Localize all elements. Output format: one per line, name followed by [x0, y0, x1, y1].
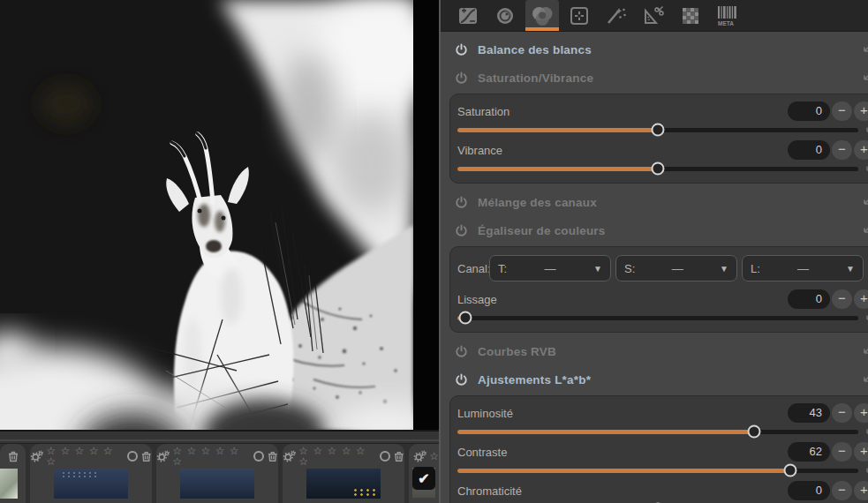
magic-wand-icon	[605, 5, 628, 26]
trash-icon[interactable]	[267, 450, 278, 462]
chromaticity-value-field[interactable]: 0	[788, 481, 830, 500]
reset-icon[interactable]	[861, 72, 868, 83]
increment-button[interactable]: +	[854, 289, 868, 309]
reset-icon[interactable]	[864, 465, 868, 476]
trash-icon[interactable]	[393, 450, 404, 462]
smoothing-slider[interactable]	[457, 316, 858, 320]
saturation-value-field[interactable]: 0	[788, 101, 830, 121]
processing-profile-icon[interactable]	[413, 450, 426, 462]
power-icon[interactable]	[455, 71, 468, 85]
thumbnail[interactable]	[306, 469, 381, 499]
thumbnail[interactable]	[180, 469, 254, 499]
decrement-button[interactable]: −	[832, 442, 852, 462]
processing-profile-icon[interactable]	[156, 450, 170, 462]
slider-label: Luminosité	[457, 407, 513, 420]
filmstrip-cell[interactable]	[0, 444, 26, 503]
lightness-channel-dropdown[interactable]: L: — ▼	[742, 255, 864, 282]
filmstrip-splitter[interactable]	[0, 430, 439, 444]
rating-stars[interactable]: ☆ ☆ ☆ ☆ ☆ ☆	[46, 446, 125, 467]
reset-icon[interactable]	[861, 346, 868, 357]
power-icon[interactable]	[455, 373, 468, 387]
section-lab-adjustments[interactable]: Ajustements L*a*b*	[441, 365, 868, 394]
saturation-channel-dropdown[interactable]: S: — ▼	[615, 255, 737, 282]
increment-button[interactable]: +	[854, 403, 868, 423]
reset-icon[interactable]	[861, 225, 868, 236]
increment-button[interactable]: +	[854, 101, 868, 121]
reset-icon[interactable]	[864, 163, 868, 174]
section-saturation-vibrance[interactable]: Saturation/Vibrance	[441, 64, 868, 92]
increment-button[interactable]: +	[854, 442, 868, 462]
tab-advanced[interactable]	[600, 0, 633, 31]
section-color-equalizer[interactable]: Égaliseur de couleurs	[441, 216, 868, 244]
thumbnail[interactable]	[0, 469, 18, 499]
reset-icon[interactable]	[864, 426, 868, 437]
lightness-slider-row: Luminosité 43 − +	[457, 402, 868, 439]
trash-icon[interactable]	[7, 450, 19, 462]
trash-icon[interactable]	[140, 450, 152, 462]
rating-stars[interactable]: ☆ ☆ ☆ ☆ ☆ ☆	[172, 446, 251, 467]
contrast-value-field[interactable]: 62	[788, 442, 830, 462]
section-title: Saturation/Vibrance	[478, 71, 593, 85]
tab-color[interactable]	[525, 0, 559, 31]
tab-local-editing[interactable]	[562, 0, 596, 31]
filmstrip-cell-selected[interactable]: ☆ ✔	[409, 444, 440, 503]
lightness-slider[interactable]	[457, 430, 858, 434]
power-icon[interactable]	[455, 43, 468, 56]
power-icon[interactable]	[455, 224, 468, 237]
tool-tab-bar: META	[441, 0, 868, 32]
contrast-slider[interactable]	[457, 469, 858, 473]
section-channel-mixer[interactable]: Mélange des canaux	[441, 188, 868, 216]
color-label-icon[interactable]	[127, 451, 138, 462]
section-white-balance[interactable]: Balance des blancs	[441, 35, 868, 64]
vibrance-value-field[interactable]: 0	[788, 140, 830, 160]
power-icon[interactable]	[455, 345, 468, 358]
contrast-slider-row: Contraste 62 − +	[457, 441, 868, 478]
reset-icon[interactable]	[861, 44, 868, 55]
increment-button[interactable]: +	[854, 140, 868, 160]
check-icon: ✔	[418, 470, 429, 487]
slider-thumb[interactable]	[459, 312, 472, 325]
slider-label: Chromaticité	[457, 484, 522, 498]
tab-detail[interactable]	[488, 0, 522, 31]
slider-thumb[interactable]	[652, 162, 665, 176]
hue-channel-dropdown[interactable]: T: — ▼	[489, 255, 611, 282]
filmstrip-cell[interactable]: ☆ ☆ ☆ ☆ ☆ ☆	[156, 444, 278, 503]
increment-button[interactable]: +	[854, 481, 868, 500]
reset-icon[interactable]	[864, 312, 868, 323]
filmstrip-cell[interactable]: ☆ ☆ ☆ ☆ ☆ ☆	[30, 444, 152, 503]
slider-thumb[interactable]	[747, 425, 760, 439]
edited-check-badge: ✔	[412, 467, 435, 490]
color-circles-icon	[531, 5, 554, 26]
tab-raw[interactable]	[674, 0, 707, 31]
color-label-icon[interactable]	[380, 451, 390, 462]
tab-exposure[interactable]	[451, 0, 485, 31]
power-icon[interactable]	[455, 196, 468, 209]
section-rgb-curves[interactable]: Courbes RVB	[441, 337, 868, 365]
slider-thumb[interactable]	[652, 124, 665, 137]
checkerboard-icon	[680, 5, 701, 26]
reset-icon[interactable]	[861, 374, 868, 385]
smoothing-value-field[interactable]: 0	[788, 289, 830, 309]
slider-thumb[interactable]	[783, 464, 796, 477]
tab-transform[interactable]	[637, 0, 670, 31]
decrement-button[interactable]: −	[832, 481, 852, 500]
processing-profile-icon[interactable]	[30, 450, 43, 462]
decrement-button[interactable]: −	[832, 289, 852, 309]
vibrance-slider[interactable]	[457, 167, 858, 171]
reset-icon[interactable]	[864, 124, 868, 135]
tab-metadata[interactable]: META	[711, 0, 744, 31]
tone-curve-icon	[457, 5, 479, 26]
decrement-button[interactable]: −	[832, 101, 852, 121]
color-label-icon[interactable]	[253, 451, 264, 462]
reset-icon[interactable]	[861, 197, 868, 207]
chevron-down-icon: ▼	[593, 264, 602, 274]
thumbnail[interactable]	[54, 469, 128, 499]
saturation-slider[interactable]	[457, 128, 858, 132]
decrement-button[interactable]: −	[832, 140, 852, 160]
decrement-button[interactable]: −	[832, 403, 852, 423]
processing-profile-icon[interactable]	[283, 450, 296, 462]
lightness-value-field[interactable]: 43	[788, 403, 830, 423]
main-photo	[0, 0, 413, 430]
filmstrip-cell[interactable]: ☆ ☆ ☆ ☆ ☆ ☆	[283, 444, 404, 503]
rating-stars[interactable]: ☆ ☆ ☆ ☆ ☆ ☆	[298, 446, 377, 467]
